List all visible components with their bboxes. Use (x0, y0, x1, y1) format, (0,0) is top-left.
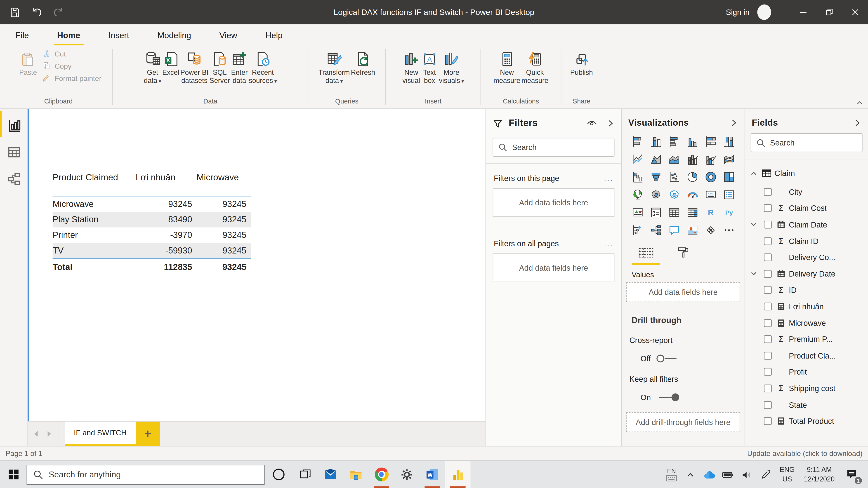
clustered-column-chart-icon[interactable] (684, 134, 700, 149)
tab-home[interactable]: Home (56, 28, 81, 42)
language-indicator[interactable]: EN (662, 461, 681, 488)
field-checkbox[interactable] (764, 188, 772, 196)
gauge-icon[interactable] (684, 188, 700, 202)
field-product-cla[interactable]: Product Cla... (745, 348, 868, 364)
multi-row-card-icon[interactable] (721, 188, 737, 202)
line-and-clustered-column-chart-icon[interactable] (703, 152, 718, 166)
chrome-taskbar-button[interactable] (369, 461, 394, 488)
model-view-button[interactable] (0, 165, 28, 192)
r-script-visual-icon[interactable]: R (703, 205, 718, 220)
field-checkbox[interactable] (764, 286, 772, 294)
quick-measure-button[interactable]: Quickmeasure (522, 48, 548, 85)
data-view-button[interactable] (0, 139, 28, 166)
taskbar-search-box[interactable] (27, 464, 265, 484)
restore-button[interactable] (816, 0, 842, 24)
undo-icon[interactable] (31, 6, 43, 18)
power-bi-datasets-button[interactable]: Power BIdatasets (180, 48, 209, 85)
field-delivery-co[interactable]: Delivery Co... (745, 249, 868, 265)
map-icon[interactable] (630, 188, 645, 202)
field-checkbox[interactable] (764, 254, 772, 261)
fields-search-input[interactable] (770, 138, 868, 147)
filters-search-box[interactable] (493, 138, 615, 157)
kpi-icon[interactable] (630, 205, 645, 220)
field-checkbox[interactable] (764, 204, 772, 212)
update-notice[interactable]: Update available (click to download) (747, 449, 863, 458)
more-visuals-button[interactable]: Morevisuals ▾ (439, 48, 464, 86)
values-drop-area[interactable]: Add data fields here (626, 282, 740, 302)
field-id[interactable]: ΣID (745, 282, 868, 298)
waterfall-chart-icon[interactable] (630, 170, 645, 184)
field-claim-id[interactable]: ΣClaim ID (745, 233, 868, 249)
input-language[interactable]: ENGUS (775, 461, 800, 488)
table-row[interactable]: TV-5993093245 (53, 243, 251, 258)
field-claim-date[interactable]: Claim Date (745, 217, 868, 233)
battery-icon[interactable] (719, 461, 737, 488)
fields-table-claim[interactable]: Claim (745, 163, 868, 184)
collapse-table-chevron-icon[interactable] (750, 170, 757, 177)
paste-button[interactable]: Paste (16, 48, 41, 77)
line-chart-icon[interactable] (630, 152, 645, 166)
field-claim-cost[interactable]: ΣClaim Cost (745, 200, 868, 217)
mail-taskbar-button[interactable] (318, 461, 343, 488)
volume-icon[interactable] (737, 461, 756, 488)
start-button[interactable] (0, 461, 27, 488)
filters-drop-area[interactable]: Add data fields here (493, 254, 615, 282)
area-chart-icon[interactable] (648, 152, 664, 166)
slicer-icon[interactable] (648, 205, 664, 220)
100-stacked-bar-chart-icon[interactable] (703, 134, 718, 149)
tab-field-wells[interactable] (631, 248, 660, 265)
page-tab[interactable]: IF and SWITCH (65, 422, 135, 446)
field-checkbox[interactable] (764, 385, 772, 392)
field-checkbox[interactable] (764, 368, 772, 376)
funnel-chart-icon[interactable] (648, 170, 664, 184)
cut-button[interactable]: Cut (42, 49, 101, 59)
field-shipping-cost[interactable]: ΣShipping cost (745, 380, 868, 396)
previous-page-arrow-icon[interactable] (33, 430, 39, 437)
tab-file[interactable]: File (14, 28, 30, 42)
report-view-button[interactable] (0, 112, 28, 139)
pen-icon[interactable] (756, 461, 775, 488)
fields-search-box[interactable] (751, 133, 863, 152)
task-view-taskbar-button[interactable] (292, 461, 318, 488)
collapse-pane-chevron-icon[interactable] (606, 119, 615, 128)
table-row[interactable]: Printer-397093245 (53, 228, 251, 243)
action-center-button[interactable]: 1 (839, 461, 864, 488)
drill-through-drop-area[interactable]: Add drill-through fields here (626, 412, 740, 432)
copy-button[interactable]: Copy (42, 61, 101, 71)
publish-button[interactable]: Publish (570, 48, 593, 77)
sql-server-button[interactable]: SQLServer (210, 48, 230, 85)
shape-map-icon[interactable] (666, 188, 682, 202)
field-premium-p[interactable]: ΣPremium P... (745, 331, 868, 347)
get-data-button[interactable]: Getdata ▾ (144, 48, 161, 86)
field-l-i-nhu-n[interactable]: Lợi nhuận (745, 298, 868, 315)
field-city[interactable]: City (745, 184, 868, 200)
save-icon[interactable] (9, 6, 20, 18)
recent-sources-button[interactable]: Recentsources ▾ (249, 48, 277, 86)
collapse-ribbon-icon[interactable] (856, 100, 864, 106)
line-and-stacked-column-chart-icon[interactable] (684, 152, 700, 166)
card-icon[interactable]: 123 (703, 188, 718, 202)
more-options-icon[interactable]: ... (604, 239, 613, 248)
arcgis-map-icon[interactable] (684, 223, 700, 237)
ribbon-chart-icon[interactable] (721, 152, 737, 166)
field-checkbox[interactable] (764, 335, 772, 343)
file-explorer-taskbar-button[interactable] (343, 461, 369, 488)
cortana-button[interactable] (265, 461, 292, 488)
field-state[interactable]: State (745, 396, 868, 413)
clock[interactable]: 9:11 AM12/1/2020 (799, 461, 839, 488)
clustered-bar-chart-icon[interactable] (666, 134, 682, 149)
field-delivery-date[interactable]: Delivery Date (745, 265, 868, 282)
field-checkbox[interactable] (764, 417, 772, 425)
filled-map-icon[interactable] (648, 188, 664, 202)
python-visual-icon[interactable]: Py (721, 205, 737, 220)
new-page-button[interactable]: + (135, 422, 160, 446)
field-total-product[interactable]: Total Product (745, 413, 868, 429)
tab-help[interactable]: Help (264, 28, 283, 42)
stacked-column-chart-icon[interactable] (648, 134, 664, 149)
field-checkbox[interactable] (764, 352, 772, 359)
refresh-button[interactable]: Refresh (351, 48, 375, 77)
field-checkbox[interactable] (764, 270, 772, 278)
more-visuals-icon[interactable] (721, 223, 737, 237)
expand-field-chevron-icon[interactable] (750, 270, 757, 278)
table-visual[interactable]: Product Claimed Lợi nhuận Microwave Micr… (53, 173, 251, 275)
